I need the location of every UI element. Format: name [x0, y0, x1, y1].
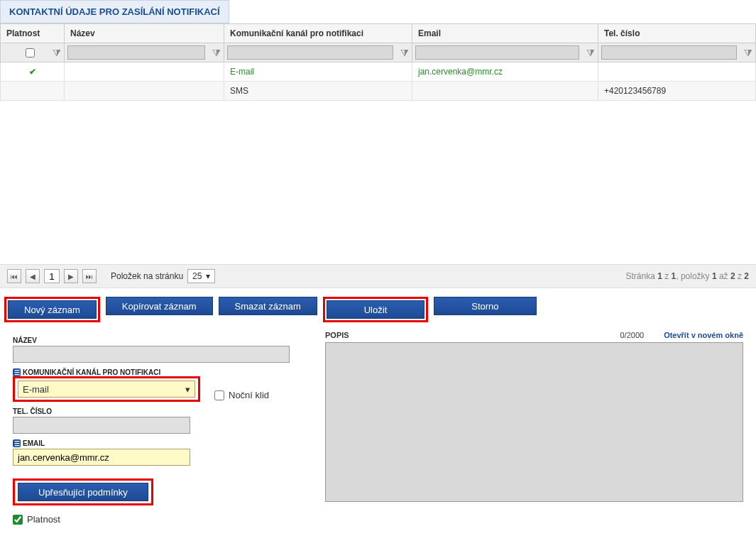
pager-first-icon[interactable]: ⏮: [7, 269, 21, 283]
col-platnost[interactable]: Platnost: [1, 24, 65, 43]
filter-email-input[interactable]: [415, 45, 579, 60]
table-row[interactable]: SMS +420123456789: [1, 82, 756, 101]
cancel-button[interactable]: Storno: [434, 297, 536, 315]
cell-tel: [598, 62, 756, 82]
per-page-label: Položek na stránku: [111, 271, 183, 281]
table-row[interactable]: ✔ E-mail jan.cervenka@mmr.cz: [1, 62, 756, 82]
pager: ⏮ ◀ ▶ ⏭ Položek na stránku 25 ▾ Stránka …: [0, 264, 756, 288]
tel-input[interactable]: [13, 417, 190, 434]
filter-platnost-checkbox[interactable]: [26, 48, 35, 58]
contacts-grid: Platnost Název Komunikační kanál pro not…: [0, 23, 756, 101]
per-page-select[interactable]: 25 ▾: [187, 269, 215, 283]
filter-icon[interactable]: ⧩: [586, 47, 595, 59]
filter-tel-input[interactable]: [601, 45, 737, 60]
new-record-button[interactable]: Nový záznam: [8, 300, 97, 319]
filter-kanal-input[interactable]: [227, 45, 393, 60]
col-nazev[interactable]: Název: [65, 24, 224, 43]
pager-page-input[interactable]: [44, 269, 60, 283]
cell-kanal: E-mail: [224, 62, 412, 82]
email-input[interactable]: [13, 449, 190, 466]
action-bar: Nový záznam Kopírovat záznam Smazat zázn…: [0, 288, 756, 327]
required-icon: ☰: [13, 368, 21, 376]
pager-last-icon[interactable]: ⏭: [82, 269, 97, 283]
col-tel[interactable]: Tel. číslo: [598, 24, 756, 43]
popis-textarea[interactable]: [325, 342, 743, 502]
col-kanal[interactable]: Komunikační kanál pro notifikaci: [224, 24, 412, 43]
nazev-label: NÁZEV: [13, 337, 304, 344]
pager-next-icon[interactable]: ▶: [64, 269, 78, 283]
delete-record-button[interactable]: Smazat záznam: [219, 297, 317, 315]
tel-label: TEL. ČÍSLO: [13, 408, 304, 415]
open-new-window-link[interactable]: Otevřít v novém okně: [664, 331, 743, 339]
save-button[interactable]: Uložit: [327, 300, 425, 319]
popis-label: POPIS: [325, 331, 349, 339]
filter-icon[interactable]: ⧩: [53, 47, 61, 59]
kanal-select[interactable]: E-mail ▾: [18, 381, 195, 398]
section-title: KONTAKTNÍ ÚDAJE PRO ZASÍLÁNÍ NOTIFIKACÍ: [0, 0, 229, 23]
conditions-button[interactable]: Upřesňující podmínky: [18, 483, 148, 501]
cell-email: jan.cervenka@mmr.cz: [412, 62, 598, 82]
pager-prev-icon[interactable]: ◀: [26, 269, 40, 283]
cell-kanal: SMS: [224, 82, 412, 101]
filter-icon[interactable]: ⧩: [744, 47, 752, 59]
required-icon: ☰: [13, 439, 21, 447]
cell-tel: +420123456789: [598, 82, 756, 101]
email-label: ☰EMAIL: [13, 439, 304, 447]
nazev-input[interactable]: [13, 346, 290, 363]
popis-counter: 0/2000: [620, 331, 644, 339]
col-email[interactable]: Email: [412, 24, 598, 43]
kanal-label: ☰KOMUNIKAČNÍ KANÁL PRO NOTIFIKACI: [13, 368, 200, 376]
platnost-checkbox[interactable]: Platnost: [13, 514, 304, 525]
pager-info: Stránka 1 z 1, položky 1 až 2 z 2: [625, 271, 749, 281]
filter-icon[interactable]: ⧩: [212, 47, 221, 59]
chevron-down-icon: ▾: [206, 271, 210, 281]
copy-record-button[interactable]: Kopírovat záznam: [106, 297, 213, 315]
check-icon: ✔: [6, 67, 58, 77]
filter-icon[interactable]: ⧩: [400, 47, 409, 59]
filter-nazev-input[interactable]: [67, 45, 205, 60]
cell-email: [412, 82, 598, 101]
chevron-down-icon: ▾: [185, 384, 190, 395]
nocni-klid-checkbox[interactable]: Noční klid: [214, 390, 269, 400]
